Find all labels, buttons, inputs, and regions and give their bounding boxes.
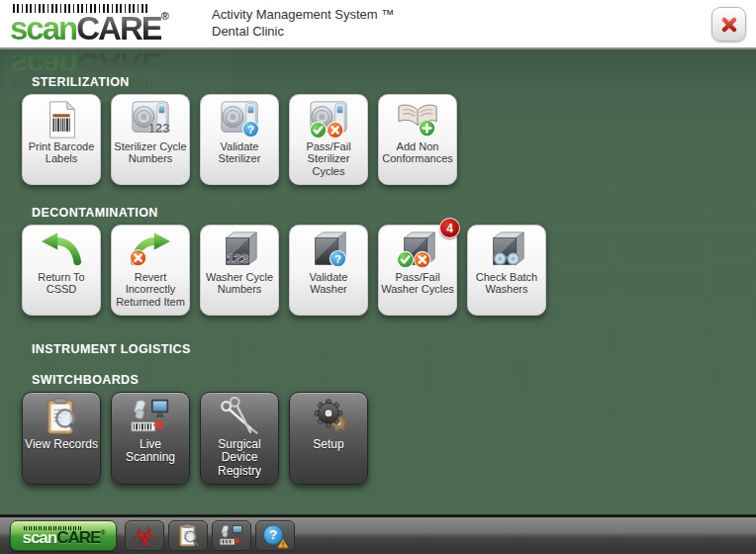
button-label: Live Scanning	[112, 438, 189, 465]
section-switchboards: SWITCHBOARDS View Records Live Scanning …	[0, 373, 756, 485]
count-badge: 4	[439, 218, 460, 238]
biohazard-icon: ☣	[133, 523, 155, 549]
records-magnifier-icon	[39, 393, 84, 438]
washer-question-icon: ?	[306, 226, 351, 271]
taskbar-biohazard-button[interactable]: ☣	[125, 520, 164, 551]
scancare-logo: scanCARE®	[10, 4, 198, 44]
close-icon	[719, 15, 739, 35]
live-scanning-icon	[128, 393, 173, 438]
button-label: Validate Washer	[290, 271, 367, 296]
surgical-device-registry-button[interactable]: Surgical Device Registry	[200, 392, 279, 485]
pass-fail-washer-cycles-button[interactable]: Pass/Fail Washer Cycles 4	[378, 225, 457, 316]
sterilizer-question-icon: ?	[217, 95, 262, 140]
setup-button[interactable]: Setup	[289, 392, 368, 485]
section-label-instrument-logistics: INSTRUMENT LOGISTICS	[32, 342, 756, 356]
app-window: scanCARE® Activity Management System ™ D…	[0, 0, 756, 554]
button-row-sterilization: Print Barcode Labels 123 Sterilizer Cycl…	[22, 94, 756, 185]
button-label: Pass/Fail Sterilizer Cycles	[290, 140, 367, 177]
section-label-switchboards: SWITCHBOARDS	[32, 373, 756, 387]
svg-text:?: ?	[334, 252, 341, 264]
taskbar: scanCARE® ☣ ? !	[0, 514, 756, 554]
washer-123-icon: 123	[217, 226, 262, 271]
barcode-labels-icon	[39, 95, 84, 140]
header-titles: Activity Management System ™ Dental Clin…	[212, 6, 394, 40]
section-decontamination: DECONTAMINATION Return To CSSD Revert In…	[0, 206, 756, 316]
curved-arrow-left-icon	[39, 226, 84, 271]
main-area: scanCARE STERILIZATION Print Barcode Lab…	[0, 49, 756, 514]
help-warning-icon: ? !	[261, 523, 289, 549]
button-label: View Records	[23, 438, 100, 451]
revert-incorrectly-returned-item-button[interactable]: Revert Incorrectly Returned Item	[111, 225, 190, 316]
live-scanning-button[interactable]: Live Scanning	[111, 392, 190, 485]
sterilizer-passfail-icon	[306, 95, 351, 140]
sterilizer-cycle-numbers-button[interactable]: 123 Sterilizer Cycle Numbers	[111, 94, 190, 185]
button-label: Washer Cycle Numbers	[201, 271, 278, 296]
live-scanning-icon	[218, 523, 245, 549]
button-label: Surgical Device Registry	[201, 438, 278, 478]
section-sterilization: STERILIZATION Print Barcode Labels 123 S…	[0, 75, 756, 185]
main-sections: STERILIZATION Print Barcode Labels 123 S…	[0, 75, 756, 485]
view-records-button[interactable]: View Records	[22, 392, 101, 485]
button-label: Check Batch Washers	[468, 271, 545, 296]
section-label-decontamination: DECONTAMINATION	[32, 206, 756, 220]
taskbar-records-button[interactable]	[168, 520, 208, 551]
validate-sterilizer-button[interactable]: ? Validate Sterilizer	[200, 94, 279, 185]
button-row-switchboards: View Records Live Scanning Surgical Devi…	[22, 392, 756, 485]
svg-text:?: ?	[269, 527, 277, 542]
gears-icon	[306, 393, 351, 438]
pass-fail-sterilizer-cycles-button[interactable]: Pass/Fail Sterilizer Cycles	[289, 94, 368, 185]
svg-text:123: 123	[147, 121, 169, 136]
taskbar-home-button[interactable]: scanCARE®	[10, 520, 117, 551]
svg-text:?: ?	[247, 123, 254, 135]
close-button[interactable]	[711, 7, 746, 42]
button-label: Return To CSSD	[23, 271, 100, 296]
scancare-logo-small: scanCARE®	[22, 526, 104, 545]
surgical-instrument-icon	[217, 393, 262, 438]
add-non-conformances-button[interactable]: Add Non Conformances	[378, 94, 457, 185]
taskbar-scanning-button[interactable]	[212, 520, 251, 551]
validate-washer-button[interactable]: ? Validate Washer	[289, 225, 368, 316]
print-barcode-labels-button[interactable]: Print Barcode Labels	[22, 94, 101, 185]
svg-text:123: 123	[227, 251, 248, 266]
section-instrument-logistics: INSTRUMENT LOGISTICS	[0, 342, 756, 356]
button-label: Revert Incorrectly Returned Item	[112, 271, 189, 308]
washer-cycle-numbers-button[interactable]: 123 Washer Cycle Numbers	[200, 225, 279, 316]
curved-arrow-right-x-icon	[128, 226, 173, 271]
taskbar-help-button[interactable]: ? !	[255, 520, 295, 551]
button-label: Validate Sterilizer	[201, 140, 278, 165]
book-add-icon	[395, 95, 440, 140]
site-name: Dental Clinic	[212, 23, 394, 40]
logo-wordmark: scanCARE®	[10, 13, 198, 44]
button-label: Print Barcode Labels	[23, 140, 100, 165]
button-label: Setup	[311, 438, 345, 451]
check-batch-washers-button[interactable]: Check Batch Washers	[467, 225, 546, 316]
sterilizer-123-icon: 123	[128, 95, 173, 140]
app-title: Activity Management System ™	[212, 6, 394, 23]
header: scanCARE® Activity Management System ™ D…	[0, 0, 756, 49]
button-label: Sterilizer Cycle Numbers	[112, 140, 189, 165]
records-magnifier-icon	[174, 523, 202, 549]
button-label: Pass/Fail Washer Cycles	[379, 271, 456, 296]
taskbar-icons: ☣ ? !	[125, 520, 295, 551]
washer-passfail-icon	[395, 226, 440, 271]
return-to-cssd-button[interactable]: Return To CSSD	[22, 225, 101, 316]
button-label: Add Non Conformances	[379, 140, 456, 165]
registered-mark: ®	[161, 10, 169, 22]
logo-text-scan: scan	[10, 10, 76, 46]
svg-text:!: !	[282, 540, 284, 547]
washer-binoculars-icon	[484, 226, 529, 271]
button-row-decontamination: Return To CSSD Revert Incorrectly Return…	[22, 225, 756, 316]
logo-text-care: CARE	[76, 10, 161, 46]
section-label-sterilization: STERILIZATION	[32, 75, 756, 89]
